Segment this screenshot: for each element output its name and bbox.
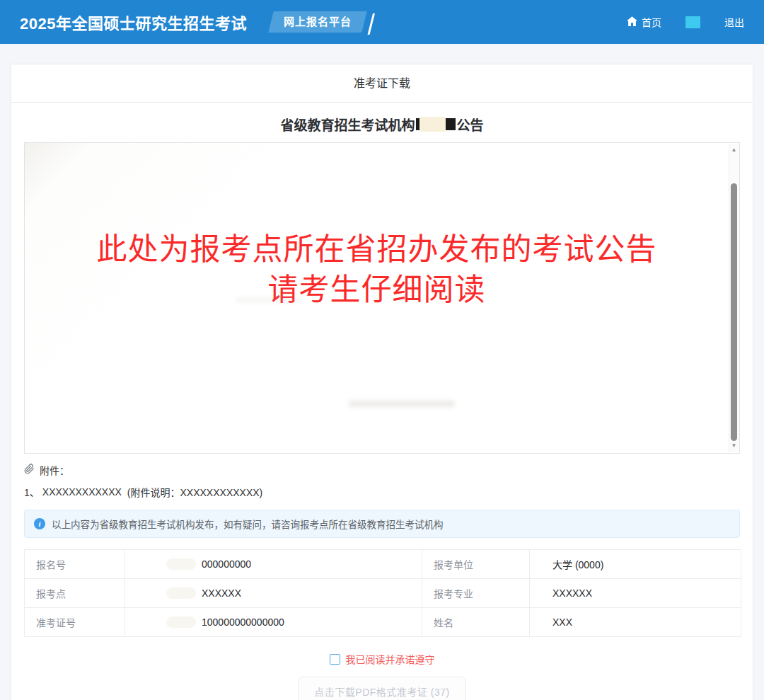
attachments-section: 附件： 1、 XXXXXXXXXXXX (附件说明：XXXXXXXXXXXX) (24, 463, 740, 499)
field-label: 姓名 (422, 608, 530, 637)
scrollbar-thumb[interactable] (731, 183, 737, 441)
redaction-smudge (166, 616, 196, 628)
redaction-block (446, 118, 456, 130)
field-value-text: 100000000000000 (202, 616, 284, 628)
redaction-smudge (349, 401, 455, 407)
field-label: 报考点 (25, 579, 125, 608)
field-label: 报考专业 (422, 579, 530, 608)
table-row: 报名号 000000000 报考单位 大学 (0000) (25, 550, 741, 579)
field-label: 准考证号 (25, 608, 125, 637)
paperclip-icon (24, 464, 35, 476)
scroll-up-icon[interactable]: ▲ (729, 145, 739, 155)
badge-slash-decoration (367, 13, 374, 35)
field-value-text: XXXXXX (202, 587, 241, 599)
agreement-label[interactable]: 我已阅读并承诺遵守 (346, 652, 435, 666)
attachments-label: 附件： (40, 463, 69, 477)
announcement-text-line1: 此处为报考点所在省招办发布的考试公告 (25, 229, 729, 270)
field-value: XXX (530, 608, 741, 637)
home-icon (627, 16, 637, 28)
page-title: 准考证下载 (11, 64, 753, 103)
table-row: 报考点 XXXXXX 报考专业 XXXXXX (25, 579, 741, 608)
agreement-checkbox[interactable] (330, 654, 340, 665)
field-label: 报考单位 (422, 550, 530, 579)
info-alert-text: 以上内容为省级教育招生考试机构发布，如有疑问，请咨询报考点所在省级教育招生考试机… (52, 517, 444, 531)
nav-home-label: 首页 (642, 15, 661, 29)
attachments-header: 附件： (24, 463, 740, 477)
field-value: XXXXXX (125, 579, 422, 608)
info-icon: i (34, 518, 45, 529)
redacted-user-block (685, 16, 700, 28)
download-button-row: 点击下载PDF格式准考证 (37) (11, 677, 753, 700)
redaction-smudge (166, 587, 196, 599)
redaction-smudge (236, 298, 300, 302)
attachment-index: 1、 (24, 485, 40, 499)
announcement-viewer: 此处为报考点所在省招办发布的考试公告 请考生仔细阅读 ▲ ▼ (24, 142, 740, 454)
field-value-text: 000000000 (202, 558, 251, 570)
scroll-down-icon[interactable]: ▼ (729, 441, 739, 451)
app-title: 2025年全国硕士研究生招生考试 (20, 11, 247, 33)
announcement-document: 此处为报考点所在省招办发布的考试公告 请考生仔细阅读 (25, 143, 729, 453)
field-value: 000000000 (125, 550, 422, 579)
header-nav: 首页 退出 (627, 15, 744, 29)
table-row: 准考证号 100000000000000 姓名 XXX (25, 608, 741, 637)
field-value: 大学 (0000) (530, 550, 741, 579)
announcement-text-line2: 请考生仔细阅读 (25, 270, 729, 310)
scrollbar[interactable]: ▲ ▼ (729, 144, 739, 452)
announcement-heading-suffix: 公告 (457, 115, 484, 134)
platform-badge: 网上报名平台 (268, 11, 366, 33)
redaction-smudge (166, 558, 196, 570)
download-pdf-button[interactable]: 点击下载PDF格式准考证 (37) (299, 677, 465, 700)
field-label: 报名号 (25, 550, 125, 579)
registration-info-table: 报名号 000000000 报考单位 大学 (0000) 报考点 XXXXXX … (24, 549, 741, 637)
attachment-description: (附件说明：XXXXXXXXXXXX) (127, 485, 262, 499)
nav-logout[interactable]: 退出 (724, 15, 744, 29)
info-alert: i 以上内容为省级教育招生考试机构发布，如有疑问，请咨询报考点所在省级教育招生考… (24, 510, 740, 538)
field-value: 100000000000000 (125, 608, 422, 637)
agreement-row: 我已阅读并承诺遵守 (11, 652, 753, 666)
announcement-heading: 省级教育招生考试机构 公告 (11, 115, 753, 134)
announcement-heading-prefix: 省级教育招生考试机构 (280, 115, 415, 134)
nav-home[interactable]: 首页 (627, 15, 661, 29)
nav-logout-label: 退出 (724, 15, 744, 29)
field-value: XXXXXX (530, 579, 741, 608)
platform-badge-label: 网上报名平台 (284, 11, 352, 33)
attachment-link[interactable]: XXXXXXXXXXXX (42, 486, 122, 498)
attachment-item: 1、 XXXXXXXXXXXX (附件说明：XXXXXXXXXXXX) (24, 485, 740, 499)
redaction-block (419, 117, 446, 132)
app-header: 2025年全国硕士研究生招生考试 网上报名平台 首页 退出 (0, 0, 764, 44)
admission-ticket-card: 准考证下载 省级教育招生考试机构 公告 此处为报考点所在省招办发布的考试公告 请… (11, 64, 753, 700)
